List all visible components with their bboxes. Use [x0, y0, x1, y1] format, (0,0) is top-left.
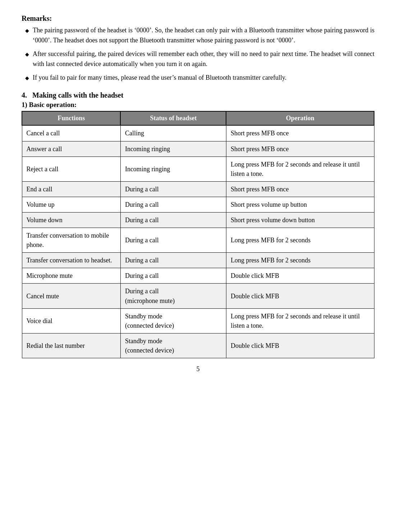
table-row: Transfer conversation to headset.During … [22, 253, 374, 268]
table-row: Volume downDuring a callShort press volu… [22, 213, 374, 228]
table-cell-9-2: Double click MFB [226, 284, 374, 308]
table-cell-0-2: Short press MFB once [226, 125, 374, 141]
table-cell-2-2: Long press MFB for 2 seconds and release… [226, 157, 374, 181]
col-header-functions: Functions [22, 111, 120, 125]
bullet-diamond-3: ◆ [25, 74, 29, 82]
table-cell-7-2: Long press MFB for 2 seconds [226, 253, 374, 268]
table-row: Voice dialStandby mode (connected device… [22, 308, 374, 333]
table-cell-10-1: Standby mode (connected device) [120, 308, 226, 333]
table-cell-9-0: Cancel mute [22, 284, 120, 308]
table-cell-5-0: Volume down [22, 213, 120, 228]
table-cell-2-1: Incoming ringing [120, 157, 226, 181]
bullet-diamond-2: ◆ [25, 51, 29, 59]
table-row: Reject a callIncoming ringingLong press … [22, 157, 374, 181]
table-row: Answer a callIncoming ringingShort press… [22, 141, 374, 157]
table-cell-1-0: Answer a call [22, 141, 120, 157]
table-cell-1-1: Incoming ringing [120, 141, 226, 157]
bullet-item-2: ◆ After successful pairing, the paired d… [25, 49, 374, 69]
table-cell-5-1: During a call [120, 213, 226, 228]
table-cell-3-2: Short press MFB once [226, 181, 374, 197]
table-cell-8-0: Microphone mute [22, 268, 120, 284]
table-cell-4-2: Short press volume up button [226, 197, 374, 212]
table-cell-7-1: During a call [120, 253, 226, 268]
table-row: Transfer conversation to mobile phone.Du… [22, 228, 374, 253]
table-cell-6-0: Transfer conversation to mobile phone. [22, 228, 120, 253]
table-cell-10-2: Long press MFB for 2 seconds and release… [226, 308, 374, 333]
bullet-text-1: The pairing password of the headset is ‘… [33, 25, 374, 46]
table-cell-3-1: During a call [120, 181, 226, 197]
bullet-diamond-1: ◆ [25, 27, 29, 35]
table-cell-11-0: Redial the last number [22, 333, 120, 358]
table-cell-8-1: During a call [120, 268, 226, 284]
table-cell-8-2: Double click MFB [226, 268, 374, 284]
col-header-operation: Operation [226, 111, 374, 125]
section-heading: 4. Making calls with the headset [22, 91, 374, 99]
section-number: 4. [22, 91, 27, 99]
operations-table: Functions Status of headset Operation Ca… [22, 111, 374, 358]
table-row: Cancel a callCallingShort press MFB once [22, 125, 374, 141]
table-cell-11-2: Double click MFB [226, 333, 374, 358]
table-cell-6-2: Long press MFB for 2 seconds [226, 228, 374, 253]
table-row: End a callDuring a callShort press MFB o… [22, 181, 374, 197]
table-cell-4-1: During a call [120, 197, 226, 212]
table-row: Redial the last numberStandby mode (conn… [22, 333, 374, 358]
page-number: 5 [22, 365, 374, 373]
table-cell-3-0: End a call [22, 181, 120, 197]
table-cell-0-1: Calling [120, 125, 226, 141]
table-cell-11-1: Standby mode (connected device) [120, 333, 226, 358]
bullet-text-2: After successful pairing, the paired dev… [33, 49, 374, 69]
subsection-heading: 1) Basic operation: [22, 101, 374, 109]
table-cell-5-2: Short press volume down button [226, 213, 374, 228]
table-header-row: Functions Status of headset Operation [22, 111, 374, 125]
remarks-list: ◆ The pairing password of the headset is… [22, 25, 374, 83]
table-cell-10-0: Voice dial [22, 308, 120, 333]
bullet-item-1: ◆ The pairing password of the headset is… [25, 25, 374, 46]
remarks-heading: Remarks: [22, 14, 374, 23]
table-cell-7-0: Transfer conversation to headset. [22, 253, 120, 268]
table-row: Cancel muteDuring a call (microphone mut… [22, 284, 374, 308]
table-cell-0-0: Cancel a call [22, 125, 120, 141]
table-cell-6-1: During a call [120, 228, 226, 253]
bullet-text-3: If you fail to pair for many times, plea… [33, 73, 286, 83]
table-cell-2-0: Reject a call [22, 157, 120, 181]
section-title: Making calls with the headset [32, 91, 123, 99]
bullet-item-3: ◆ If you fail to pair for many times, pl… [25, 73, 374, 83]
table-cell-9-1: During a call (microphone mute) [120, 284, 226, 308]
table-cell-1-2: Short press MFB once [226, 141, 374, 157]
table-row: Microphone muteDuring a callDouble click… [22, 268, 374, 284]
table-row: Volume upDuring a callShort press volume… [22, 197, 374, 212]
table-cell-4-0: Volume up [22, 197, 120, 212]
col-header-status: Status of headset [120, 111, 226, 125]
